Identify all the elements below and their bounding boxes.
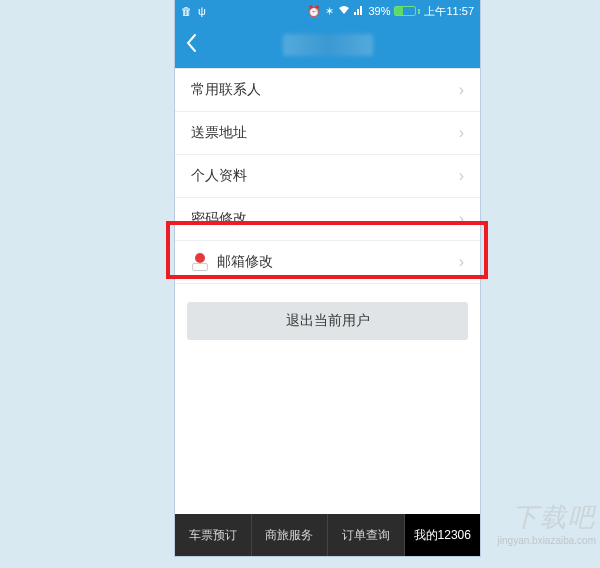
list-item-profile[interactable]: 个人资料 › xyxy=(175,155,480,198)
nav-orders[interactable]: 订单查询 xyxy=(328,514,405,556)
logout-button[interactable]: 退出当前用户 xyxy=(187,302,468,340)
nav-tickets[interactable]: 车票预订 xyxy=(175,514,252,556)
chevron-right-icon: › xyxy=(459,210,464,228)
email-change-icon xyxy=(191,253,209,271)
nav-label: 商旅服务 xyxy=(265,527,313,544)
battery-percent: 39% xyxy=(368,5,390,17)
battery-icon xyxy=(394,6,420,16)
list-item-contacts[interactable]: 常用联系人 › xyxy=(175,69,480,112)
bottom-nav: 车票预订 商旅服务 订单查询 我的12306 xyxy=(175,514,480,556)
list-item-label: 邮箱修改 xyxy=(217,253,273,271)
chevron-right-icon: › xyxy=(459,81,464,99)
nav-my12306[interactable]: 我的12306 xyxy=(405,514,481,556)
usb-icon: ψ xyxy=(198,5,206,17)
app-header xyxy=(175,22,480,68)
nav-label: 车票预订 xyxy=(189,527,237,544)
nav-label: 我的12306 xyxy=(414,527,471,544)
chevron-right-icon: › xyxy=(459,253,464,271)
nav-label: 订单查询 xyxy=(342,527,390,544)
watermark-sub: jingyan.bxiazaiba.com xyxy=(498,535,596,546)
chevron-right-icon: › xyxy=(459,167,464,185)
settings-list: 常用联系人 › 送票地址 › 个人资料 › 密码修改 › 邮箱修改 › xyxy=(175,68,480,284)
trash-icon: 🗑 xyxy=(181,5,192,17)
header-title-blurred xyxy=(283,34,373,56)
list-item-password-change[interactable]: 密码修改 › xyxy=(175,198,480,241)
alarm-icon: ⏰ xyxy=(307,5,321,18)
status-time: 上午11:57 xyxy=(424,4,474,19)
list-item-label: 常用联系人 xyxy=(191,81,261,99)
phone-frame: 🗑 ψ ⏰ ✶ 39% 上午11:57 常用联系人 › xyxy=(175,0,480,556)
list-item-label: 个人资料 xyxy=(191,167,247,185)
chevron-right-icon: › xyxy=(459,124,464,142)
list-item-label: 密码修改 xyxy=(191,210,247,228)
watermark: 下载吧 jingyan.bxiazaiba.com xyxy=(498,500,596,546)
list-item-delivery-address[interactable]: 送票地址 › xyxy=(175,112,480,155)
watermark-main: 下载吧 xyxy=(512,502,596,532)
nav-business-travel[interactable]: 商旅服务 xyxy=(252,514,329,556)
vibrate-icon: ✶ xyxy=(325,5,334,18)
list-item-label: 送票地址 xyxy=(191,124,247,142)
logout-label: 退出当前用户 xyxy=(286,312,370,330)
back-icon[interactable] xyxy=(185,33,197,57)
list-item-email-change[interactable]: 邮箱修改 › xyxy=(175,241,480,284)
status-bar: 🗑 ψ ⏰ ✶ 39% 上午11:57 xyxy=(175,0,480,22)
signal-icon xyxy=(354,5,364,17)
wifi-icon xyxy=(338,5,350,17)
